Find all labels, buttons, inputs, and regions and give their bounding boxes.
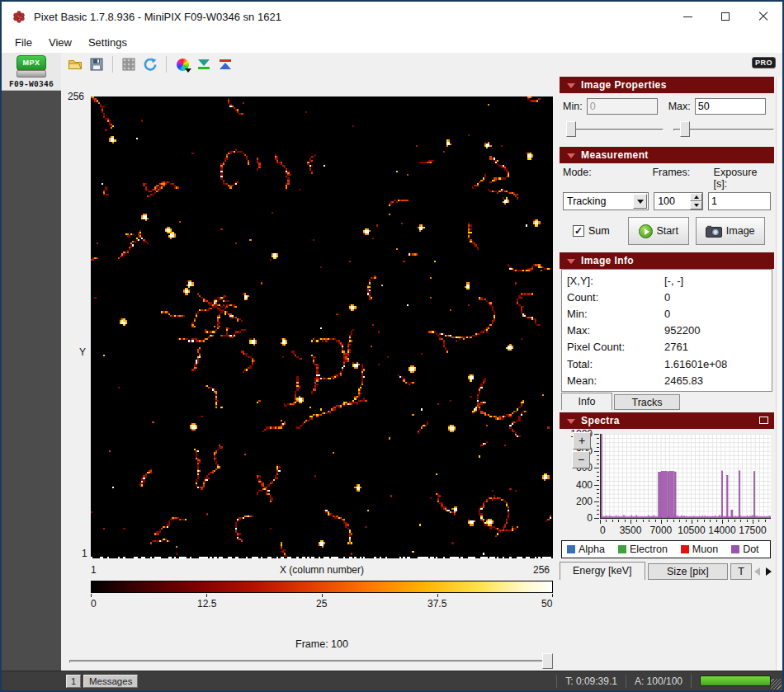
spectra-plot[interactable] [600, 434, 771, 519]
close-button[interactable] [744, 2, 782, 31]
alpha-swatch [567, 545, 575, 553]
acquisition-progress-bar [700, 676, 771, 686]
sum-label: Sum [588, 225, 610, 237]
legend-muon: Muon [681, 544, 718, 555]
spin-down-icon[interactable] [690, 201, 702, 209]
frame-counter: Frame: 100 [91, 638, 553, 650]
x-tick-label: 17500 [739, 525, 766, 536]
main-area: 256 Y 1 1 X (column number) 256 0 12.5 2… [61, 53, 560, 671]
image-info-table: [X,Y]:[-, -] Count:0 Min:0 Max:952200 Pi… [561, 269, 772, 392]
status-bar: 1 Messages T: 0:09:39.1 A: 100/100 [2, 671, 782, 690]
min-slider[interactable] [566, 129, 664, 131]
image-properties-header[interactable]: Image Properties [560, 77, 774, 93]
tab-scroll-right[interactable] [763, 563, 774, 580]
frames-stepper[interactable]: 100 [654, 192, 703, 210]
max-value: 952200 [664, 324, 700, 337]
x-tick-label: 3500 [620, 525, 642, 536]
menu-bar: File View Settings [2, 31, 782, 53]
image-info-panel: Image Info [X,Y]:[-, -] Count:0 Min:0 Ma… [560, 252, 774, 410]
messages-count-button[interactable]: 1 [66, 675, 81, 688]
mode-select[interactable]: Tracking [563, 192, 649, 210]
tab-size[interactable]: Size [pix] [648, 563, 729, 580]
spin-up-icon[interactable] [690, 193, 702, 201]
min-slider-handle[interactable] [566, 121, 576, 137]
zoom-in-button[interactable]: + [573, 432, 591, 450]
set-min-level-icon[interactable] [196, 57, 211, 72]
color-palette-icon[interactable] [175, 57, 190, 72]
electron-swatch [618, 545, 626, 553]
acquisition-count: A: 100/100 [635, 676, 682, 687]
y-tick-label: 0 [587, 512, 593, 524]
camera-icon [706, 225, 722, 238]
open-file-icon[interactable] [68, 57, 83, 72]
grid-icon[interactable] [121, 57, 136, 72]
x-tick-label: 7000 [650, 525, 673, 536]
sum-checkbox[interactable]: ✓ [573, 225, 584, 237]
start-button[interactable]: Start [628, 217, 689, 245]
frame-slider-handle[interactable] [542, 653, 553, 669]
set-max-level-icon[interactable] [218, 57, 233, 72]
close-icon [758, 12, 768, 21]
menu-file[interactable]: File [7, 33, 40, 52]
max-label: Max: [668, 101, 691, 112]
chevron-down-icon[interactable] [633, 194, 647, 209]
collapse-icon [567, 419, 575, 424]
tab-info[interactable]: Info [561, 393, 612, 410]
dot-swatch [731, 545, 739, 553]
legend-dot: Dot [731, 544, 758, 555]
sidebar-item-device[interactable]: MPX F09-W0346 [2, 53, 61, 91]
image-button[interactable]: Image [696, 217, 765, 245]
max-input[interactable] [695, 98, 766, 115]
save-icon[interactable] [89, 57, 104, 72]
menu-settings[interactable]: Settings [80, 33, 135, 52]
total-value: 1.61601e+08 [664, 358, 727, 370]
count-value: 0 [664, 291, 670, 304]
device-name-label: F09-W0346 [9, 79, 54, 88]
collapse-icon [567, 259, 575, 264]
control-dock: PRO Image Properties Min: Max: [557, 53, 782, 671]
app-window: Pixet Basic 1.7.8.936 - MiniPIX F09-W034… [0, 0, 784, 692]
detach-panel-icon[interactable] [759, 417, 768, 424]
x-tick-label: 10500 [678, 525, 705, 536]
min-input[interactable] [587, 98, 658, 115]
exposure-input[interactable] [708, 192, 771, 210]
minimize-button[interactable] [668, 2, 706, 31]
image-viewer: 256 Y 1 1 X (column number) 256 0 12.5 2… [61, 76, 560, 671]
tab-t[interactable]: T [730, 563, 751, 580]
x-tick-label: 0 [600, 525, 606, 536]
tab-scroll-left[interactable] [752, 563, 763, 580]
x-axis-title: X (column number) [91, 564, 553, 576]
collapse-icon [567, 153, 575, 158]
maximize-button[interactable] [706, 2, 744, 31]
elapsed-time: T: 0:09:39.1 [565, 676, 617, 687]
minimize-icon [683, 16, 692, 17]
menu-view[interactable]: View [40, 33, 80, 52]
spectra-x-axis: 035007000105001400017500 [600, 520, 771, 538]
detector-image[interactable] [91, 97, 553, 558]
collapse-icon [567, 83, 575, 88]
arrow-left-icon [754, 567, 760, 576]
messages-button[interactable]: Messages [83, 675, 138, 688]
window-title: Pixet Basic 1.7.8.936 - MiniPIX F09-W034… [34, 11, 281, 23]
zoom-out-button[interactable]: − [572, 451, 590, 468]
max-slider-handle[interactable] [680, 121, 690, 137]
spectra-legend: Alpha Electron Muon Dot [561, 540, 771, 558]
tab-energy[interactable]: Energy [keV] [560, 562, 645, 580]
y-tick-label: 400 [576, 479, 593, 491]
exposure-label: Exposure [s]: [714, 167, 771, 190]
spectra-header[interactable]: Spectra [560, 412, 774, 429]
colorbar-tick-1: 12.5 [197, 598, 216, 610]
spectra-panel: Spectra 02004006008001000 + − 0350070001… [560, 412, 774, 580]
refresh-icon[interactable] [143, 57, 158, 72]
image-properties-panel: Image Properties Min: Max: [560, 77, 774, 144]
image-info-header[interactable]: Image Info [560, 252, 774, 269]
measurement-header[interactable]: Measurement [560, 147, 774, 163]
resize-grip[interactable] [771, 679, 782, 690]
maximize-icon [721, 12, 730, 21]
app-icon [12, 9, 26, 24]
dock-scrollbar[interactable] [776, 77, 782, 671]
tab-tracks[interactable]: Tracks [614, 394, 680, 410]
sum-checkbox-wrap[interactable]: ✓ Sum [573, 225, 610, 237]
frame-slider[interactable] [69, 660, 551, 663]
mpx-device-icon: MPX [15, 55, 48, 78]
